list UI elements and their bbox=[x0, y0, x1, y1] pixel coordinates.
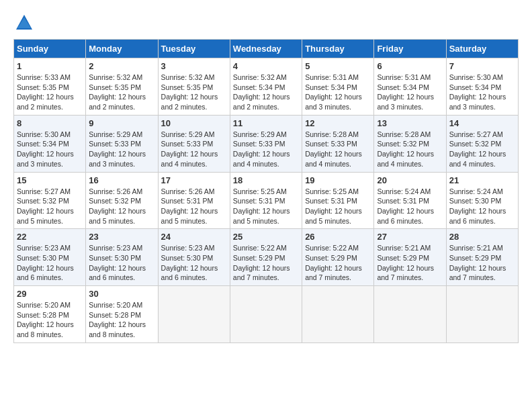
sunrise-label: Sunrise: 5:32 AM bbox=[233, 73, 287, 81]
daylight-label: Daylight: 12 hours and 3 minutes. bbox=[89, 150, 146, 168]
day-number: 12 bbox=[305, 118, 371, 128]
daylight-label: Daylight: 12 hours and 5 minutes. bbox=[17, 207, 74, 225]
calendar-cell: 27 Sunrise: 5:21 AM Sunset: 5:29 PM Dayl… bbox=[374, 229, 446, 286]
sunrise-label: Sunrise: 5:25 AM bbox=[233, 187, 287, 195]
day-info: Sunrise: 5:27 AM Sunset: 5:32 PM Dayligh… bbox=[17, 187, 83, 226]
sunrise-label: Sunrise: 5:32 AM bbox=[89, 73, 142, 81]
day-info: Sunrise: 5:23 AM Sunset: 5:30 PM Dayligh… bbox=[89, 243, 154, 283]
sunset-label: Sunset: 5:29 PM bbox=[449, 254, 502, 262]
header-row: Sunday Monday Tuesday Wednesday Thursday… bbox=[14, 40, 519, 58]
sunrise-label: Sunrise: 5:28 AM bbox=[377, 130, 431, 138]
calendar-table: Sunday Monday Tuesday Wednesday Thursday… bbox=[13, 39, 519, 343]
day-number: 18 bbox=[233, 175, 299, 185]
daylight-label: Daylight: 12 hours and 6 minutes. bbox=[377, 207, 434, 225]
day-info: Sunrise: 5:25 AM Sunset: 5:31 PM Dayligh… bbox=[233, 187, 299, 226]
daylight-label: Daylight: 12 hours and 7 minutes. bbox=[305, 264, 362, 282]
sunset-label: Sunset: 5:35 PM bbox=[17, 83, 69, 91]
sunset-label: Sunset: 5:30 PM bbox=[17, 254, 69, 262]
day-info: Sunrise: 5:29 AM Sunset: 5:33 PM Dayligh… bbox=[233, 130, 299, 169]
sunset-label: Sunset: 5:35 PM bbox=[161, 83, 214, 91]
day-number: 15 bbox=[17, 175, 83, 185]
calendar-cell: 22 Sunrise: 5:23 AM Sunset: 5:30 PM Dayl… bbox=[14, 229, 86, 286]
sunrise-label: Sunrise: 5:23 AM bbox=[89, 244, 142, 252]
daylight-label: Daylight: 12 hours and 4 minutes. bbox=[161, 150, 218, 168]
sunset-label: Sunset: 5:31 PM bbox=[161, 197, 214, 205]
calendar-cell: 13 Sunrise: 5:28 AM Sunset: 5:32 PM Dayl… bbox=[374, 115, 446, 172]
calendar-cell: 30 Sunrise: 5:20 AM Sunset: 5:28 PM Dayl… bbox=[86, 286, 158, 343]
day-info: Sunrise: 5:28 AM Sunset: 5:33 PM Dayligh… bbox=[305, 130, 371, 169]
calendar-cell: 28 Sunrise: 5:21 AM Sunset: 5:29 PM Dayl… bbox=[446, 229, 518, 286]
sunrise-label: Sunrise: 5:24 AM bbox=[377, 187, 431, 195]
daylight-label: Daylight: 12 hours and 7 minutes. bbox=[233, 264, 290, 282]
sunset-label: Sunset: 5:32 PM bbox=[449, 140, 502, 148]
day-number: 17 bbox=[161, 175, 227, 185]
day-number: 23 bbox=[89, 232, 154, 242]
sunset-label: Sunset: 5:33 PM bbox=[233, 140, 285, 148]
daylight-label: Daylight: 12 hours and 2 minutes. bbox=[161, 93, 218, 111]
sunset-label: Sunset: 5:34 PM bbox=[17, 140, 69, 148]
calendar-row: 8 Sunrise: 5:30 AM Sunset: 5:34 PM Dayli… bbox=[14, 115, 519, 172]
day-number: 22 bbox=[17, 232, 83, 242]
daylight-label: Daylight: 12 hours and 5 minutes. bbox=[233, 207, 290, 225]
col-tuesday: Tuesday bbox=[158, 40, 230, 58]
calendar-cell bbox=[446, 286, 518, 343]
sunset-label: Sunset: 5:28 PM bbox=[89, 311, 141, 319]
day-info: Sunrise: 5:30 AM Sunset: 5:34 PM Dayligh… bbox=[449, 73, 515, 112]
day-number: 26 bbox=[305, 232, 371, 242]
calendar-cell: 7 Sunrise: 5:30 AM Sunset: 5:34 PM Dayli… bbox=[446, 58, 518, 116]
daylight-label: Daylight: 12 hours and 2 minutes. bbox=[233, 93, 290, 111]
calendar-cell: 29 Sunrise: 5:20 AM Sunset: 5:28 PM Dayl… bbox=[14, 286, 86, 343]
day-number: 19 bbox=[305, 175, 371, 185]
day-number: 14 bbox=[449, 118, 515, 128]
day-number: 1 bbox=[17, 61, 83, 71]
calendar-cell: 19 Sunrise: 5:25 AM Sunset: 5:31 PM Dayl… bbox=[302, 172, 374, 229]
col-friday: Friday bbox=[374, 40, 446, 58]
daylight-label: Daylight: 12 hours and 2 minutes. bbox=[17, 93, 74, 111]
day-number: 30 bbox=[89, 289, 154, 299]
sunset-label: Sunset: 5:33 PM bbox=[89, 140, 141, 148]
calendar-cell: 18 Sunrise: 5:25 AM Sunset: 5:31 PM Dayl… bbox=[230, 172, 302, 229]
daylight-label: Daylight: 12 hours and 8 minutes. bbox=[17, 320, 74, 338]
daylight-label: Daylight: 12 hours and 7 minutes. bbox=[377, 264, 434, 282]
daylight-label: Daylight: 12 hours and 5 minutes. bbox=[89, 207, 146, 225]
day-number: 5 bbox=[305, 61, 371, 71]
calendar-cell bbox=[302, 286, 374, 343]
sunset-label: Sunset: 5:31 PM bbox=[233, 197, 285, 205]
day-info: Sunrise: 5:20 AM Sunset: 5:28 PM Dayligh… bbox=[17, 300, 83, 340]
day-info: Sunrise: 5:24 AM Sunset: 5:30 PM Dayligh… bbox=[449, 187, 515, 226]
sunset-label: Sunset: 5:32 PM bbox=[89, 197, 141, 205]
day-info: Sunrise: 5:27 AM Sunset: 5:32 PM Dayligh… bbox=[449, 130, 515, 169]
daylight-label: Daylight: 12 hours and 8 minutes. bbox=[89, 320, 146, 338]
day-number: 10 bbox=[161, 118, 227, 128]
calendar-cell: 9 Sunrise: 5:29 AM Sunset: 5:33 PM Dayli… bbox=[86, 115, 158, 172]
calendar-cell: 17 Sunrise: 5:26 AM Sunset: 5:31 PM Dayl… bbox=[158, 172, 230, 229]
sunrise-label: Sunrise: 5:27 AM bbox=[17, 187, 71, 195]
day-number: 2 bbox=[89, 61, 154, 71]
day-info: Sunrise: 5:21 AM Sunset: 5:29 PM Dayligh… bbox=[377, 243, 443, 283]
day-info: Sunrise: 5:23 AM Sunset: 5:30 PM Dayligh… bbox=[17, 243, 83, 283]
sunrise-label: Sunrise: 5:31 AM bbox=[305, 73, 359, 81]
sunrise-label: Sunrise: 5:28 AM bbox=[305, 130, 359, 138]
day-info: Sunrise: 5:21 AM Sunset: 5:29 PM Dayligh… bbox=[449, 243, 515, 283]
col-sunday: Sunday bbox=[14, 40, 86, 58]
sunset-label: Sunset: 5:34 PM bbox=[305, 83, 357, 91]
calendar-row: 15 Sunrise: 5:27 AM Sunset: 5:32 PM Dayl… bbox=[14, 172, 519, 229]
day-number: 24 bbox=[161, 232, 227, 242]
day-number: 4 bbox=[233, 61, 299, 71]
calendar-row: 29 Sunrise: 5:20 AM Sunset: 5:28 PM Dayl… bbox=[14, 286, 519, 343]
logo-icon bbox=[15, 13, 34, 32]
calendar-cell: 26 Sunrise: 5:22 AM Sunset: 5:29 PM Dayl… bbox=[302, 229, 374, 286]
day-info: Sunrise: 5:23 AM Sunset: 5:30 PM Dayligh… bbox=[161, 243, 227, 283]
sunrise-label: Sunrise: 5:27 AM bbox=[449, 130, 503, 138]
daylight-label: Daylight: 12 hours and 5 minutes. bbox=[305, 207, 362, 225]
calendar-cell: 20 Sunrise: 5:24 AM Sunset: 5:31 PM Dayl… bbox=[374, 172, 446, 229]
day-number: 6 bbox=[377, 61, 443, 71]
sunrise-label: Sunrise: 5:33 AM bbox=[17, 73, 71, 81]
calendar-cell: 12 Sunrise: 5:28 AM Sunset: 5:33 PM Dayl… bbox=[302, 115, 374, 172]
day-info: Sunrise: 5:29 AM Sunset: 5:33 PM Dayligh… bbox=[161, 130, 227, 169]
day-info: Sunrise: 5:32 AM Sunset: 5:35 PM Dayligh… bbox=[89, 73, 154, 112]
logo bbox=[13, 13, 34, 32]
sunset-label: Sunset: 5:35 PM bbox=[89, 83, 141, 91]
calendar-cell: 16 Sunrise: 5:26 AM Sunset: 5:32 PM Dayl… bbox=[86, 172, 158, 229]
sunrise-label: Sunrise: 5:22 AM bbox=[305, 244, 359, 252]
